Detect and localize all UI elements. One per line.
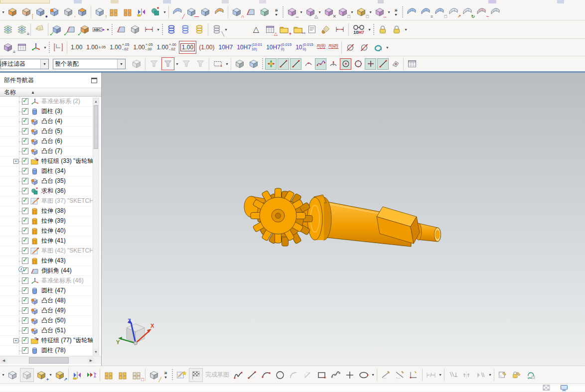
tree-item[interactable]: ✓凸台 (7) xyxy=(0,146,101,156)
visibility-checkbox[interactable]: ✓ xyxy=(22,307,28,314)
resize-face-icon[interactable]: □ xyxy=(355,5,368,18)
tree-item-label[interactable]: 圆柱 (47) xyxy=(41,286,66,295)
tree-item[interactable]: ✓求和 (36) xyxy=(0,186,101,196)
dropdown-caret-icon[interactable]: ▾ xyxy=(371,373,375,377)
toolbar-overflow-icon[interactable]: »▾ xyxy=(273,7,280,17)
rapid-dimension-icon[interactable] xyxy=(425,369,438,382)
tree-item-label[interactable]: 拉伸 (38) xyxy=(41,207,66,215)
tolerance-basic-box-button[interactable]: 1.00 xyxy=(179,41,196,54)
visibility-checkbox[interactable]: ✓ xyxy=(22,208,28,214)
tree-item-label[interactable]: 凸台 (7) xyxy=(41,147,62,155)
snap-quadrant-icon[interactable] xyxy=(327,58,339,70)
tree-item[interactable]: i✓倒斜角 (44) xyxy=(0,266,101,276)
pattern-geometry-icon[interactable] xyxy=(121,5,134,18)
dropdown-caret-icon[interactable]: ▾ xyxy=(317,10,322,14)
dropdown-caret-icon[interactable]: ▾ xyxy=(162,10,167,14)
edge-blend-icon[interactable]: ∩ xyxy=(230,5,243,18)
dropdown-caret-icon[interactable]: ▾ xyxy=(387,10,391,14)
tree-item[interactable]: ✓草图 (42) "SKETCH_ xyxy=(0,246,101,256)
sketch-circle-icon[interactable] xyxy=(274,369,287,382)
visibility-checkbox[interactable]: ✓ xyxy=(22,277,28,284)
radial-dimension-angle-button[interactable]: R(θ) xyxy=(315,41,327,54)
tree-item-label[interactable]: 草图 (37) "SKETCH_ xyxy=(41,197,97,205)
constraint-browser-icon[interactable]: ≡ xyxy=(1,41,14,54)
tree-item-label[interactable]: 草图 (42) "SKETCH_ xyxy=(41,247,97,255)
point-set-folder-icon[interactable]: + xyxy=(278,23,291,36)
visibility-checkbox[interactable]: ✓ xyxy=(22,98,28,105)
sequence-chain-icon[interactable]: □ xyxy=(130,369,143,382)
swept-surface-icon[interactable]: ↗ xyxy=(447,5,460,18)
boolean-unite-icon[interactable] xyxy=(149,5,162,18)
make-corner-icon[interactable] xyxy=(407,369,420,382)
horizontal-scrollbar[interactable]: ◀ ▶ xyxy=(0,356,101,364)
tree-item[interactable]: +✓特征组 (77) "齿轮轴 xyxy=(0,336,101,346)
tolerance-none-button[interactable]: 1.00 xyxy=(69,41,84,54)
tree-item-label[interactable]: 凸台 (6) xyxy=(41,137,62,145)
horizontal-scroll-thumb[interactable] xyxy=(29,357,69,364)
snap-face-icon[interactable] xyxy=(390,58,401,70)
wave-geometry-icon[interactable]: ╱ xyxy=(147,369,160,382)
table-clamp-icon[interactable] xyxy=(15,41,28,54)
tree-item-label[interactable]: 拉伸 (43) xyxy=(41,257,66,265)
tree-item[interactable]: ✓凸台 (50) xyxy=(0,316,101,326)
snap-center-icon[interactable] xyxy=(340,58,351,70)
auto-constrain-icon[interactable] xyxy=(524,369,537,382)
variational-sweep-icon[interactable]: ↻ xyxy=(461,5,474,18)
heal-geometry-icon[interactable]: ✓ xyxy=(78,23,91,36)
ruled-surface-icon[interactable] xyxy=(405,5,418,18)
tree-item[interactable]: ✓拉伸 (43) xyxy=(0,256,101,266)
feature-label-icon[interactable]: ABC▸ xyxy=(92,23,105,36)
toolbar-overflow-icon[interactable]: »▾ xyxy=(162,370,169,380)
add-component-icon[interactable]: + xyxy=(35,369,48,382)
restore-panel-icon[interactable] xyxy=(91,78,97,83)
marquee-select-icon[interactable] xyxy=(211,57,224,70)
sew-icon[interactable] xyxy=(199,5,212,18)
tree-item-label[interactable]: 凸台 (4) xyxy=(41,117,62,126)
pad-icon[interactable] xyxy=(76,5,89,18)
snap-midpoint-icon[interactable] xyxy=(290,58,301,70)
tree-item-label[interactable]: 凸台 (50) xyxy=(41,316,66,325)
pull-face-icon[interactable]: △ xyxy=(304,5,317,18)
tolerance-upper-button[interactable]: 1.00+.05-.00 xyxy=(132,41,154,54)
layer-category-icon[interactable]: ≡ xyxy=(15,23,28,36)
tree-item[interactable]: ✓凸台 (48) xyxy=(0,296,101,306)
visibility-checkbox[interactable]: ✓ xyxy=(22,297,28,304)
visibility-checkbox[interactable]: ✓ xyxy=(22,158,28,164)
lock-feature-icon[interactable] xyxy=(376,23,389,36)
assembly-context-icon[interactable] xyxy=(130,57,143,70)
dropdown-caret-icon[interactable]: ▾ xyxy=(225,62,229,66)
move-face-icon[interactable]: ↔ xyxy=(286,5,298,18)
tree-item-label[interactable]: 圆柱 (78) xyxy=(41,346,66,355)
trim-body-icon[interactable]: ╱ xyxy=(171,5,184,18)
draft-analysis-icon[interactable] xyxy=(115,23,128,36)
selection-scope-select[interactable]: 整个装配 ▾ xyxy=(53,59,126,69)
split-body-icon[interactable]: ┆ xyxy=(20,5,33,18)
visibility-checkbox[interactable]: ✓ xyxy=(22,128,28,134)
snap-control-point-icon[interactable] xyxy=(302,58,314,70)
offset-region-icon[interactable]: ↔ xyxy=(373,5,386,18)
assembly-wireframe-icon[interactable] xyxy=(6,369,19,382)
tree-item[interactable]: ✓凸台 (4) xyxy=(0,117,101,127)
tree-item[interactable]: ✓圆柱 (47) xyxy=(0,286,101,296)
dropdown-caret-icon[interactable]: ▾ xyxy=(48,373,53,377)
column-header-name[interactable]: 名称 ▲ xyxy=(0,88,101,97)
tree-item-label[interactable]: 圆柱 (3) xyxy=(41,107,62,116)
visibility-checkbox[interactable]: ✓ xyxy=(22,118,28,125)
fit-10H7-tolerance-button[interactable]: 10H7(0.0150) xyxy=(265,41,293,54)
dropdown-caret-icon[interactable]: ▾ xyxy=(368,10,373,14)
trimmed-body-icon[interactable] xyxy=(6,5,19,18)
clip-section-indicator-icon[interactable] xyxy=(540,382,553,392)
sketch-line-icon[interactable] xyxy=(246,369,259,382)
vertical-scroll-thumb[interactable] xyxy=(94,105,98,149)
orientation-triad[interactable]: Z X Y xyxy=(116,318,154,354)
tree-item[interactable]: ✓基准坐标系 (2) xyxy=(0,97,101,107)
dropdown-caret-icon[interactable]: ▾ xyxy=(156,27,160,32)
sheet-chamfer-icon[interactable] xyxy=(244,5,257,18)
dropdown-caret-icon[interactable]: ▾ xyxy=(43,45,47,50)
dropdown-caret-icon[interactable]: ▾ xyxy=(385,45,390,50)
examine-geometry-icon[interactable]: ✓ xyxy=(50,23,63,36)
styled-sweep-icon[interactable]: ~ xyxy=(475,5,488,18)
studio-spline-icon[interactable] xyxy=(329,369,342,382)
make-symmetric-icon[interactable] xyxy=(460,369,473,382)
tolerance-table-icon[interactable]: △ xyxy=(264,23,277,36)
